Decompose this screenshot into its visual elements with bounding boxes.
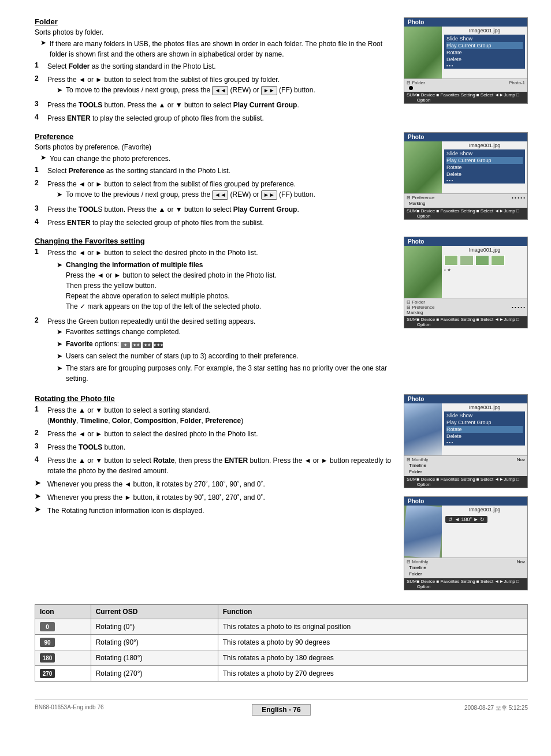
preference-section: Preference Sorts photos by preference. (… bbox=[35, 132, 528, 231]
step-text: Press the ◄ or ► button to select the de… bbox=[47, 248, 277, 313]
dot-indicator-row: • ★ bbox=[444, 267, 525, 273]
folder-bullet-text: If there are many folders in USB, the ph… bbox=[50, 39, 394, 59]
favorites-section: Changing the Favorites setting 1 Press t… bbox=[35, 237, 528, 388]
footer-bar-nav: ■ Device ■ Favorites Setting ■ Select ◄►… bbox=[417, 579, 525, 589]
menu-item-delete: Delete bbox=[446, 171, 523, 178]
photo-ui-favorites: Photo Image001.jpg • ★ bbox=[404, 237, 528, 328]
menu-item-play-group: Play Current Group bbox=[446, 157, 523, 164]
step-text: Select Folder as the sorting standard in… bbox=[47, 61, 216, 72]
grid-thumb bbox=[460, 255, 474, 265]
table-cell-icon: 180 bbox=[35, 650, 91, 666]
rotate-icon-270: 270 bbox=[40, 669, 55, 678]
photo-right-panel: Image001.jpg Slide Show Play Current Gro… bbox=[442, 141, 527, 193]
pref-bullet-text: You can change the photo preferences. bbox=[50, 154, 170, 164]
footer-row: ⊟ Monthly Nov bbox=[407, 457, 525, 462]
table-cell-function: This rotates a photo by 90 degrees bbox=[218, 635, 527, 650]
step-text: Press ENTER to play the selected group o… bbox=[47, 113, 264, 123]
step-number: 4 bbox=[35, 218, 43, 228]
preference-subtitle: Sorts photos by preference. (Favorite) bbox=[35, 143, 394, 151]
rotate-bullet-2: ➤ Whenever you press the ► button, it ro… bbox=[35, 492, 394, 503]
rew-key: ◄◄ bbox=[212, 190, 228, 200]
thumbnail-image bbox=[404, 27, 442, 78]
photo-footer: ⊟ Folder ⊟ Preference • • • • • Marking bbox=[404, 298, 527, 316]
pref-step-4: 4 Press ENTER to play the selected group… bbox=[35, 218, 394, 228]
step-text: Press the ▲ or ▼ button to select Rotate… bbox=[47, 455, 394, 476]
step-number: ➤ bbox=[35, 506, 43, 516]
dot-indicator bbox=[409, 86, 413, 90]
menu-item-slideshow: Slide Show bbox=[446, 35, 523, 42]
step-number: 1 bbox=[35, 61, 43, 72]
footer-row: ⊟ Monthly Nov bbox=[407, 559, 525, 564]
favorites-title: Changing the Favorites setting bbox=[35, 237, 394, 245]
pref-step-1: 1 Select Preference as the sorting stand… bbox=[35, 166, 394, 176]
step-text: Select Preference as the sorting standar… bbox=[47, 166, 230, 176]
footer-row2: ⊟ Preference • • • • • bbox=[407, 305, 525, 310]
folder-step-1: 1 Select Folder as the sorting standard … bbox=[35, 61, 394, 72]
footer-row3: Marking bbox=[407, 310, 525, 315]
footer-label: ⊟ Folder bbox=[407, 80, 425, 85]
photo-menu: Slide Show Play Current Group Rotate Del… bbox=[444, 149, 525, 184]
step-number: 2 bbox=[35, 429, 43, 439]
folder-title: Folder bbox=[35, 17, 394, 26]
thumbnail-image bbox=[404, 403, 442, 455]
preference-text: Preference Sorts photos by preference. (… bbox=[35, 132, 394, 231]
photo-body: Image001.jpg ↺ ◄ 180° ► ↻ bbox=[404, 506, 527, 557]
folder-section: Folder Sorts photos by folder. ➤ If ther… bbox=[35, 17, 528, 126]
grid-thumb bbox=[444, 255, 458, 265]
footer-bar-nav: ■ Device ■ Favorites Setting ■ Select ◄►… bbox=[417, 317, 525, 327]
step-text: The Rotating function information icon i… bbox=[47, 506, 204, 516]
footer-label: ⊟ Preference bbox=[407, 195, 434, 200]
menu-item-delete: Delete bbox=[446, 56, 523, 63]
menu-item-rotate: Rotate bbox=[446, 164, 523, 171]
step-number: 1 bbox=[35, 248, 43, 313]
step-text: Press ENTER to play the selected group o… bbox=[47, 218, 264, 228]
pref-step-3: 3 Press the TOOLS button. Press the ▲ or… bbox=[35, 204, 394, 215]
folder-step-3: 3 Press the TOOLS button. Press the ▲ or… bbox=[35, 100, 394, 110]
footer-row: ⊟ Folder bbox=[407, 300, 525, 305]
photo-footer: ⊟ Folder Photo-1 bbox=[404, 78, 527, 92]
photo-ui-rotate2: Photo Image001.jpg ↺ ◄ 180° ► ↻ bbox=[404, 496, 528, 590]
timeline-row: Timeline bbox=[407, 564, 525, 571]
fav-icon-2: ★★ bbox=[132, 342, 141, 348]
arrow-icon: ➤ bbox=[57, 339, 62, 349]
photo-right-panel: Image001.jpg ↺ ◄ 180° ► ↻ bbox=[442, 506, 527, 557]
arrow-icon: ➤ bbox=[57, 189, 62, 200]
rotate-icon-0: 0 bbox=[40, 622, 55, 631]
thumbnail-image bbox=[404, 246, 442, 298]
step-text: Press the TOOLS button. bbox=[47, 442, 125, 452]
folder-row: Folder bbox=[407, 571, 525, 577]
photo-footer: ⊟ Monthly Nov Timeline Folder bbox=[404, 557, 527, 578]
menu-item-play-group: Play Current Group bbox=[446, 42, 523, 49]
photo-ui-rotate1: Photo Image001.jpg Slide Show Play Curre… bbox=[404, 394, 528, 488]
photo-header: Photo bbox=[404, 133, 527, 141]
table-cell-osd: Rotating (180°) bbox=[91, 650, 218, 666]
footer-doc-right: 2008-08-27 오후 5:12:25 bbox=[464, 704, 528, 712]
table-cell-icon: 90 bbox=[35, 635, 91, 650]
arrow-icon: ➤ bbox=[40, 39, 46, 59]
arrow-icon: ➤ bbox=[57, 351, 62, 361]
photo-header: Photo bbox=[404, 237, 527, 246]
photo-filename: Image001.jpg bbox=[444, 247, 525, 253]
photo-header: Photo bbox=[404, 395, 527, 403]
photo-body: Image001.jpg Slide Show Play Current Gro… bbox=[404, 27, 527, 78]
footer-row: ⊟ Preference • • • • • bbox=[407, 195, 525, 200]
rotate-step-3: 3 Press the TOOLS button. bbox=[35, 442, 394, 452]
fav-step-2: 2 Press the Green button repeatedly unti… bbox=[35, 316, 394, 386]
photo-body: Image001.jpg • ★ bbox=[404, 246, 527, 298]
osd-display: ↺ ◄ 180° ► ↻ bbox=[444, 514, 525, 525]
fav-sub-1: ➤ Favorites settings change completed. bbox=[47, 327, 394, 337]
page-number: 76 bbox=[293, 706, 300, 714]
photo-thumbnail bbox=[404, 403, 442, 455]
arrow-icon: ➤ bbox=[57, 85, 62, 95]
rotate-bullet-3: ➤ The Rotating function information icon… bbox=[35, 506, 394, 516]
step-text: Whenever you press the ◄ button, it rota… bbox=[47, 479, 265, 489]
table-cell-osd: Rotating (90°) bbox=[91, 635, 218, 650]
menu-item-slideshow: Slide Show bbox=[446, 150, 523, 157]
menu-item-dot: • • • bbox=[446, 440, 523, 445]
step-text: Press the TOOLS button. Press the ▲ or ▼… bbox=[47, 204, 299, 215]
preference-title: Preference bbox=[35, 132, 394, 141]
step-number: 2 bbox=[35, 316, 43, 386]
menu-item-slideshow: Slide Show bbox=[446, 412, 523, 419]
rotate-step-2: 2 Press the ◄ or ► button to select the … bbox=[35, 429, 394, 439]
dot-row bbox=[407, 85, 525, 91]
